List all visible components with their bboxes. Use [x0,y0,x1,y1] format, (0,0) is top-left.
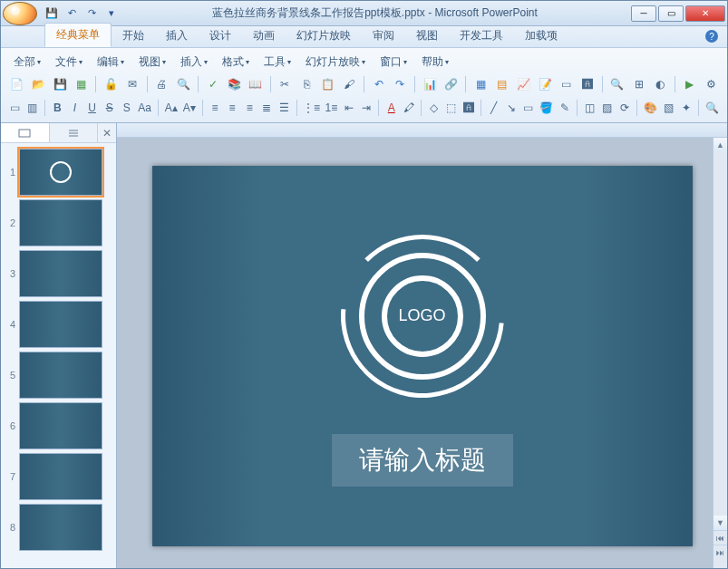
design-icon[interactable]: 🎨 [643,99,658,117]
layout-icon[interactable]: ▥ [25,99,39,117]
save-toolbar-icon[interactable]: 💾 [51,75,69,93]
menu-insert[interactable]: 插入▾ [175,53,213,72]
align-center-icon[interactable]: ≡ [226,99,239,117]
italic-icon[interactable]: I [68,99,82,117]
menu-tools[interactable]: 工具▾ [258,53,296,72]
arrange-icon[interactable]: ⬚ [444,99,458,117]
tab-review[interactable]: 审阅 [362,24,405,47]
textbox-icon[interactable]: 📝 [536,75,554,93]
shadow-icon[interactable]: S [120,99,133,117]
find-icon[interactable]: 🔍 [704,99,720,117]
open-icon[interactable]: 📂 [30,75,48,93]
help-icon[interactable]: ? [705,30,718,43]
menu-format[interactable]: 格式▾ [217,53,255,72]
thumbnail-6[interactable]: 6 [1,400,116,451]
tab-developer[interactable]: 开发工具 [449,24,514,47]
email-icon[interactable]: ✉ [123,75,141,93]
shrink-font-icon[interactable]: A▾ [182,99,197,117]
thumbnail-3[interactable]: 3 [1,248,116,299]
bold-icon[interactable]: B [51,99,64,117]
slides-tab[interactable] [1,123,50,142]
insert-chart-icon[interactable]: 📈 [515,75,533,93]
vertical-scrollbar[interactable]: ▲ ▼ ⏮ ⏭ [713,138,727,569]
tab-insert[interactable]: 插入 [155,24,199,47]
thumbnail-close-icon[interactable]: ✕ [98,123,116,142]
grow-font-icon[interactable]: A▴ [164,99,179,117]
logo-graphic[interactable]: LOGO [332,226,513,407]
numbering-icon[interactable]: 1≡ [325,99,339,117]
shapes-icon[interactable]: ◇ [427,99,441,117]
tab-view[interactable]: 视图 [405,24,449,47]
justify-icon[interactable]: ≣ [260,99,274,117]
newslide2-icon[interactable]: ✦ [679,99,693,117]
undo-icon[interactable]: ↶ [64,6,79,21]
thumbnail-2[interactable]: 2 [1,198,116,248]
thumbnail-5[interactable]: 5 [1,350,116,400]
outline-tab[interactable] [50,123,99,142]
slide-viewport[interactable]: LOGO 请输入标题 ▲ ▼ ⏮ ⏭ [117,138,727,569]
background-icon[interactable]: ▧ [662,99,675,117]
distributed-icon[interactable]: ☰ [277,99,291,117]
rectangle-icon[interactable]: ▭ [521,99,535,117]
menu-file[interactable]: 文件▾ [50,53,88,72]
scroll-up-icon[interactable]: ▲ [713,138,727,152]
minimize-button[interactable]: ─ [631,5,656,22]
save-icon[interactable]: 💾 [44,6,59,21]
line-icon[interactable]: ╱ [487,99,500,117]
permission-icon[interactable]: 🔓 [102,75,120,93]
menu-window[interactable]: 窗口▾ [374,53,413,72]
tab-home[interactable]: 开始 [112,24,155,47]
bullets-icon[interactable]: ⋮≡ [303,99,321,117]
header-footer-icon[interactable]: ▭ [558,75,576,93]
table-icon[interactable]: ▦ [471,75,490,93]
shape-outline-icon[interactable]: ✎ [558,99,571,117]
menu-all[interactable]: 全部▾ [8,53,46,72]
tab-slideshow[interactable]: 幻灯片放映 [286,24,362,47]
align-right-icon[interactable]: ≡ [243,99,257,117]
chart-icon[interactable]: 📊 [421,75,439,93]
print-icon[interactable]: 🖨 [153,75,171,93]
tab-animation[interactable]: 动画 [242,24,286,47]
new-icon[interactable]: 📄 [8,75,26,93]
decrease-indent-icon[interactable]: ⇤ [342,99,355,117]
thesaurus-icon[interactable]: 📖 [247,75,265,93]
copy-icon[interactable]: ⎘ [297,75,315,93]
thumbnail-8[interactable]: 8 [1,502,116,553]
strikethrough-icon[interactable]: S [102,99,116,117]
maximize-button[interactable]: ▭ [658,5,684,22]
excel-icon[interactable]: ▦ [73,75,91,93]
menu-help[interactable]: 帮助▾ [416,53,454,72]
addins-icon[interactable]: ⚙ [703,75,721,93]
prev-slide-icon[interactable]: ⏮ [713,530,727,545]
tab-addin[interactable]: 加载项 [514,24,568,47]
title-placeholder[interactable]: 请输入标题 [332,434,513,487]
increase-indent-icon[interactable]: ⇥ [359,99,373,117]
arrow-icon[interactable]: ↘ [504,99,518,117]
newslide-icon[interactable]: ▭ [8,99,22,117]
redo-icon[interactable]: ↷ [84,6,99,21]
highlight-icon[interactable]: 🖍 [402,99,415,117]
hyperlink-icon[interactable]: 🔗 [442,75,461,93]
3d-icon[interactable]: ◫ [583,99,597,117]
qat-more-icon[interactable]: ▾ [104,6,119,21]
next-slide-icon[interactable]: ⏭ [713,545,727,559]
thumbnail-4[interactable]: 4 [1,299,116,350]
research-icon[interactable]: 📚 [225,75,243,93]
paste-icon[interactable]: 📋 [319,75,337,93]
tables-icon[interactable]: ▤ [493,75,511,93]
print-preview-icon[interactable]: 🔍 [174,75,192,93]
rotate-icon[interactable]: ⟳ [617,99,631,117]
thumbnail-list[interactable]: 1 2 3 4 5 6 7 8 [1,143,116,569]
redo-toolbar-icon[interactable]: ↷ [392,75,410,93]
tab-classic-menu[interactable]: 经典菜单 [44,23,112,47]
shape-fill-icon[interactable]: 🪣 [539,99,554,117]
cut-icon[interactable]: ✂ [277,75,295,93]
close-button[interactable]: ✕ [685,5,725,22]
align-left-icon[interactable]: ≡ [208,99,221,117]
quickstyle-icon[interactable]: 🅰 [461,99,475,117]
color-grayscale-icon[interactable]: ◐ [651,75,669,93]
wordart-icon[interactable]: 🅰 [579,75,597,93]
macros-icon[interactable]: ▶ [681,75,699,93]
shadow-effect-icon[interactable]: ▨ [600,99,614,117]
menu-slideshow[interactable]: 幻灯片放映▾ [300,53,371,72]
